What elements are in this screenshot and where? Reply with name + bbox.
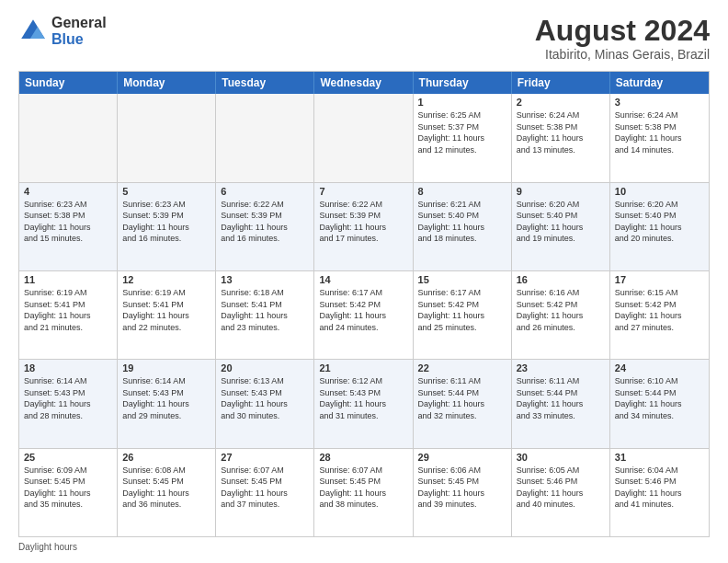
day-info: Sunrise: 6:12 AM Sunset: 5:43 PM Dayligh… <box>319 375 407 421</box>
logo: General Blue <box>18 15 107 47</box>
day-number: 23 <box>517 362 605 373</box>
calendar-cell: 20Sunrise: 6:13 AM Sunset: 5:43 PM Dayli… <box>216 360 314 447</box>
day-info: Sunrise: 6:05 AM Sunset: 5:46 PM Dayligh… <box>517 465 605 511</box>
day-number: 11 <box>24 274 112 285</box>
day-info: Sunrise: 6:23 AM Sunset: 5:38 PM Dayligh… <box>24 199 112 245</box>
day-number: 26 <box>122 452 210 463</box>
calendar-cell: 5Sunrise: 6:23 AM Sunset: 5:39 PM Daylig… <box>118 183 216 270</box>
day-number: 30 <box>517 452 605 463</box>
day-info: Sunrise: 6:22 AM Sunset: 5:39 PM Dayligh… <box>221 199 309 245</box>
calendar-cell: 25Sunrise: 6:09 AM Sunset: 5:45 PM Dayli… <box>19 449 118 536</box>
calendar-cell: 26Sunrise: 6:08 AM Sunset: 5:45 PM Dayli… <box>118 449 216 536</box>
day-info: Sunrise: 6:07 AM Sunset: 5:45 PM Dayligh… <box>221 465 309 511</box>
calendar-cell: 4Sunrise: 6:23 AM Sunset: 5:38 PM Daylig… <box>19 183 118 270</box>
calendar-header-cell: Wednesday <box>314 72 413 94</box>
day-number: 22 <box>418 362 506 373</box>
day-info: Sunrise: 6:19 AM Sunset: 5:41 PM Dayligh… <box>122 287 210 333</box>
day-info: Sunrise: 6:10 AM Sunset: 5:44 PM Dayligh… <box>615 375 704 421</box>
day-number: 10 <box>615 186 704 197</box>
calendar-header-cell: Sunday <box>19 72 118 94</box>
calendar-row: 4Sunrise: 6:23 AM Sunset: 5:38 PM Daylig… <box>19 183 709 271</box>
calendar-cell: 9Sunrise: 6:20 AM Sunset: 5:40 PM Daylig… <box>512 183 610 270</box>
calendar-cell: 3Sunrise: 6:24 AM Sunset: 5:38 PM Daylig… <box>610 94 709 181</box>
day-number: 2 <box>517 97 605 108</box>
day-info: Sunrise: 6:11 AM Sunset: 5:44 PM Dayligh… <box>418 375 506 421</box>
day-number: 25 <box>24 452 112 463</box>
calendar-cell: 7Sunrise: 6:22 AM Sunset: 5:39 PM Daylig… <box>314 183 413 270</box>
calendar-header: SundayMondayTuesdayWednesdayThursdayFrid… <box>19 72 709 94</box>
calendar-cell: 31Sunrise: 6:04 AM Sunset: 5:46 PM Dayli… <box>610 449 709 536</box>
day-number: 20 <box>221 362 309 373</box>
day-info: Sunrise: 6:22 AM Sunset: 5:39 PM Dayligh… <box>319 199 407 245</box>
day-info: Sunrise: 6:11 AM Sunset: 5:44 PM Dayligh… <box>517 375 605 421</box>
day-number: 1 <box>418 97 506 108</box>
calendar-cell: 23Sunrise: 6:11 AM Sunset: 5:44 PM Dayli… <box>512 360 610 447</box>
day-number: 24 <box>615 362 704 373</box>
day-number: 12 <box>122 274 210 285</box>
calendar-cell <box>314 94 413 181</box>
page: General Blue August 2024 Itabirito, Mina… <box>0 0 728 563</box>
calendar-cell: 30Sunrise: 6:05 AM Sunset: 5:46 PM Dayli… <box>512 449 610 536</box>
calendar: SundayMondayTuesdayWednesdayThursdayFrid… <box>18 71 710 537</box>
day-info: Sunrise: 6:18 AM Sunset: 5:41 PM Dayligh… <box>221 287 309 333</box>
day-number: 17 <box>615 274 704 285</box>
day-info: Sunrise: 6:23 AM Sunset: 5:39 PM Dayligh… <box>122 199 210 245</box>
calendar-cell: 29Sunrise: 6:06 AM Sunset: 5:45 PM Dayli… <box>414 449 512 536</box>
calendar-cell: 6Sunrise: 6:22 AM Sunset: 5:39 PM Daylig… <box>216 183 314 270</box>
day-number: 13 <box>221 274 309 285</box>
day-number: 7 <box>319 186 407 197</box>
title-block: August 2024 Itabirito, Minas Gerais, Bra… <box>535 15 710 62</box>
day-number: 5 <box>122 186 210 197</box>
day-info: Sunrise: 6:21 AM Sunset: 5:40 PM Dayligh… <box>418 199 506 245</box>
calendar-cell: 17Sunrise: 6:15 AM Sunset: 5:42 PM Dayli… <box>610 271 709 359</box>
calendar-cell: 2Sunrise: 6:24 AM Sunset: 5:38 PM Daylig… <box>512 94 610 181</box>
day-number: 29 <box>418 452 506 463</box>
calendar-cell: 19Sunrise: 6:14 AM Sunset: 5:43 PM Dayli… <box>118 360 216 447</box>
calendar-cell <box>216 94 314 181</box>
day-number: 3 <box>615 97 704 108</box>
calendar-cell: 28Sunrise: 6:07 AM Sunset: 5:45 PM Dayli… <box>314 449 413 536</box>
calendar-body: 1Sunrise: 6:25 AM Sunset: 5:37 PM Daylig… <box>19 94 709 536</box>
day-info: Sunrise: 6:04 AM Sunset: 5:46 PM Dayligh… <box>615 465 704 511</box>
day-info: Sunrise: 6:24 AM Sunset: 5:38 PM Dayligh… <box>517 109 605 155</box>
footer-note: Daylight hours <box>18 542 710 552</box>
day-info: Sunrise: 6:24 AM Sunset: 5:38 PM Dayligh… <box>615 109 704 155</box>
day-info: Sunrise: 6:25 AM Sunset: 5:37 PM Dayligh… <box>418 109 506 155</box>
day-info: Sunrise: 6:06 AM Sunset: 5:45 PM Dayligh… <box>418 465 506 511</box>
day-info: Sunrise: 6:20 AM Sunset: 5:40 PM Dayligh… <box>615 199 704 245</box>
calendar-cell: 22Sunrise: 6:11 AM Sunset: 5:44 PM Dayli… <box>414 360 512 447</box>
calendar-cell: 27Sunrise: 6:07 AM Sunset: 5:45 PM Dayli… <box>216 449 314 536</box>
calendar-cell: 16Sunrise: 6:16 AM Sunset: 5:42 PM Dayli… <box>512 271 610 359</box>
day-number: 15 <box>418 274 506 285</box>
calendar-cell <box>118 94 216 181</box>
day-info: Sunrise: 6:08 AM Sunset: 5:45 PM Dayligh… <box>122 465 210 511</box>
header: General Blue August 2024 Itabirito, Mina… <box>18 15 710 62</box>
day-info: Sunrise: 6:14 AM Sunset: 5:43 PM Dayligh… <box>122 375 210 421</box>
day-number: 9 <box>517 186 605 197</box>
calendar-header-cell: Saturday <box>610 72 709 94</box>
day-number: 21 <box>319 362 407 373</box>
calendar-cell: 13Sunrise: 6:18 AM Sunset: 5:41 PM Dayli… <box>216 271 314 359</box>
calendar-row: 1Sunrise: 6:25 AM Sunset: 5:37 PM Daylig… <box>19 94 709 182</box>
calendar-row: 18Sunrise: 6:14 AM Sunset: 5:43 PM Dayli… <box>19 360 709 448</box>
day-number: 6 <box>221 186 309 197</box>
day-number: 8 <box>418 186 506 197</box>
day-info: Sunrise: 6:15 AM Sunset: 5:42 PM Dayligh… <box>615 287 704 333</box>
main-title: August 2024 <box>535 15 710 47</box>
calendar-cell: 15Sunrise: 6:17 AM Sunset: 5:42 PM Dayli… <box>414 271 512 359</box>
logo-text: General Blue <box>51 15 107 47</box>
day-number: 28 <box>319 452 407 463</box>
day-number: 16 <box>517 274 605 285</box>
calendar-cell: 1Sunrise: 6:25 AM Sunset: 5:37 PM Daylig… <box>414 94 512 181</box>
day-number: 27 <box>221 452 309 463</box>
calendar-header-cell: Friday <box>512 72 610 94</box>
calendar-header-cell: Thursday <box>414 72 512 94</box>
day-number: 19 <box>122 362 210 373</box>
subtitle: Itabirito, Minas Gerais, Brazil <box>535 47 710 62</box>
calendar-header-cell: Tuesday <box>216 72 314 94</box>
calendar-row: 25Sunrise: 6:09 AM Sunset: 5:45 PM Dayli… <box>19 449 709 536</box>
day-info: Sunrise: 6:09 AM Sunset: 5:45 PM Dayligh… <box>24 465 112 511</box>
calendar-cell: 18Sunrise: 6:14 AM Sunset: 5:43 PM Dayli… <box>19 360 118 447</box>
logo-icon <box>18 17 48 46</box>
day-info: Sunrise: 6:16 AM Sunset: 5:42 PM Dayligh… <box>517 287 605 333</box>
